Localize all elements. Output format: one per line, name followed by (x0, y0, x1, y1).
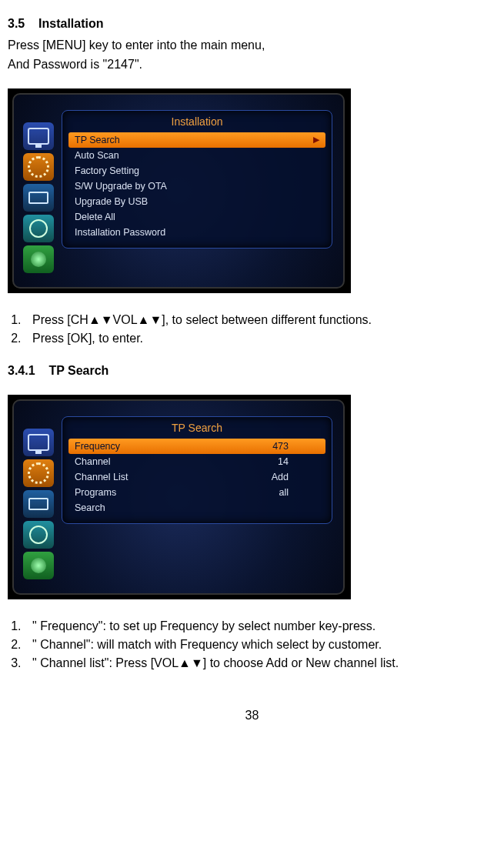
subsection-number: 3.4.1 (8, 364, 35, 377)
menu-item-value: Add (272, 472, 319, 482)
menu-title: Installation (68, 114, 325, 132)
globe-icon (23, 245, 54, 273)
instruction-item: " Channel list": Press [VOL▲▼] to choose… (25, 655, 496, 672)
monitor-icon (23, 122, 54, 150)
menu-item: Search (68, 500, 325, 516)
tools-icon (23, 215, 54, 242)
menu-item: Delete All (68, 209, 325, 225)
figure-tp-search: TP Search Frequency473Channel14Channel L… (8, 395, 351, 599)
menu-item-label: S/W Upgrade by OTA (75, 181, 167, 192)
instruction-item: Press [OK], to enter. (25, 330, 496, 347)
instruction-list-1: Press [CH▲▼VOL▲▼], to select between dif… (8, 312, 496, 347)
menu-title: TP Search (68, 420, 325, 439)
gear-icon (23, 459, 54, 487)
figure-installation: Installation TP Search▶Auto ScanFactory … (8, 88, 351, 293)
menu-item: Upgrade By USB (68, 194, 325, 209)
side-icons (23, 122, 55, 273)
subsection-title: TP Search (48, 364, 108, 377)
tv-screen: Installation TP Search▶Auto ScanFactory … (12, 93, 345, 289)
menu-item-label: Installation Password (75, 227, 165, 238)
instruction-item: Press [CH▲▼VOL▲▼], to select between dif… (25, 312, 496, 329)
menu-panel-tp-search: TP Search Frequency473Channel14Channel L… (62, 416, 332, 524)
menu-item: Programsall (68, 485, 325, 500)
menu-item-label: Upgrade By USB (75, 196, 148, 207)
menu-item-value (289, 502, 319, 513)
menu-item-label: Auto Scan (75, 150, 119, 161)
instruction-list-2: " Frequency": to set up Frequency by sel… (8, 618, 496, 672)
menu-item-label: Programs (75, 487, 116, 498)
chevron-right-icon: ▶ (313, 135, 319, 145)
menu-item: Channel ListAdd (68, 469, 325, 485)
side-icons (23, 429, 55, 579)
menu-item: TP Search▶ (68, 132, 325, 148)
globe-icon (23, 552, 54, 579)
menu-item-value: 14 (278, 456, 319, 467)
device-icon (23, 490, 54, 518)
menu-item-label: Channel (75, 456, 111, 467)
instruction-item: " Channel": will match with Frequency wh… (25, 636, 496, 653)
page-number: 38 (8, 709, 496, 723)
menu-item: Channel14 (68, 454, 325, 469)
device-icon (23, 184, 54, 212)
instruction-item: " Frequency": to set up Frequency by sel… (25, 618, 496, 635)
section-heading: 3.5 Installation (8, 15, 496, 32)
menu-item-label: Frequency (75, 441, 120, 452)
menu-item: Installation Password (68, 225, 325, 240)
section-number: 3.5 (8, 17, 25, 30)
menu-item: Factory Setting (68, 163, 325, 179)
menu-item: Auto Scan (68, 148, 325, 163)
menu-item-label: Channel List (75, 472, 129, 482)
menu-item-label: Search (75, 502, 105, 513)
menu-item-value: 473 (272, 441, 319, 452)
menu-item-label: Delete All (75, 212, 115, 222)
section-title: Installation (38, 17, 103, 30)
monitor-icon (23, 429, 54, 456)
menu-item: Frequency473 (68, 439, 325, 454)
gear-icon (23, 153, 54, 181)
tv-screen: TP Search Frequency473Channel14Channel L… (12, 399, 345, 595)
subsection-heading: 3.4.1 TP Search (8, 362, 496, 379)
intro-line-2: And Password is "2147". (8, 56, 496, 73)
menu-panel-installation: Installation TP Search▶Auto ScanFactory … (62, 110, 332, 249)
intro-line-1: Press [MENU] key to enter into the main … (8, 37, 496, 54)
menu-item-label: TP Search (75, 135, 120, 145)
menu-item-value: all (279, 487, 319, 498)
menu-item-label: Factory Setting (75, 165, 139, 176)
menu-item: S/W Upgrade by OTA (68, 179, 325, 194)
tools-icon (23, 521, 54, 549)
